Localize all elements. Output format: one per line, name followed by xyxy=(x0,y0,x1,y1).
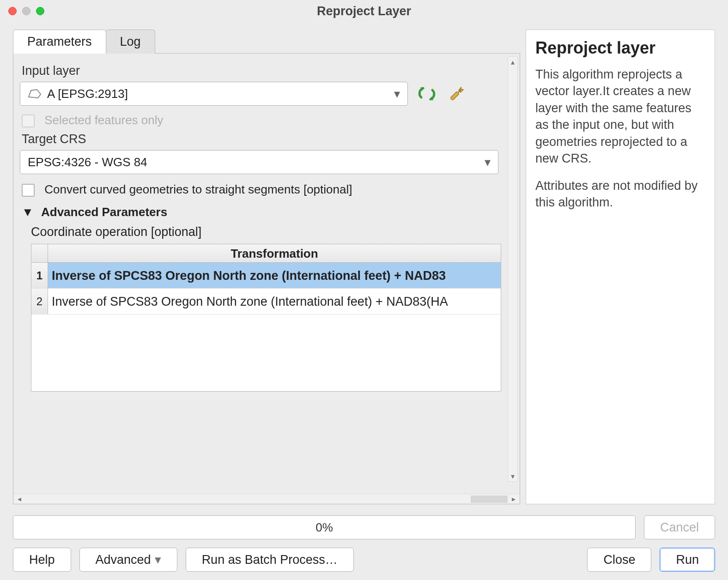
row-number: 2 xyxy=(31,289,48,314)
table-row[interactable]: 2 Inverse of SPCS83 Oregon North zone (I… xyxy=(31,289,501,314)
tabs: Parameters Log xyxy=(13,30,520,54)
left-pane: Parameters Log Input layer A [EPSG:2913] xyxy=(13,30,520,504)
advanced-button-label: Advanced xyxy=(96,553,151,567)
scroll-down-icon[interactable]: ▾ xyxy=(508,471,517,481)
tab-parameters[interactable]: Parameters xyxy=(13,30,106,54)
help-title: Reproject layer xyxy=(535,38,705,58)
input-layer-value: A [EPSG:2913] xyxy=(47,87,128,101)
input-layer-select[interactable]: A [EPSG:2913] ▾ xyxy=(20,82,408,106)
polygon-layer-icon xyxy=(28,89,42,99)
input-layer-label: Input layer xyxy=(22,64,501,78)
vertical-scrollbar[interactable]: ▴ ▾ xyxy=(508,56,518,482)
scroll-up-icon[interactable]: ▴ xyxy=(508,57,517,67)
horizontal-scrollbar[interactable]: ◂ ▸ xyxy=(13,494,520,504)
transformation-cell: Inverse of SPCS83 Oregon North zone (Int… xyxy=(48,263,501,288)
title-bar: Reproject Layer xyxy=(0,0,728,22)
chevron-down-icon: ▾ xyxy=(394,87,400,101)
transformation-header: Transformation xyxy=(48,244,501,262)
chevron-down-icon: ▾ xyxy=(485,155,491,169)
target-crs-select[interactable]: EPSG:4326 - WGS 84 ▾ xyxy=(20,150,498,174)
advanced-parameters-toggle[interactable]: ▼ Advanced Parameters xyxy=(22,205,501,219)
layer-settings-button[interactable] xyxy=(446,83,467,104)
scroll-left-icon[interactable]: ◂ xyxy=(14,495,24,503)
help-paragraph: Attributes are not modified by this algo… xyxy=(535,177,705,211)
cancel-button: Cancel xyxy=(644,515,715,539)
selected-features-checkbox xyxy=(22,115,35,127)
transformation-table[interactable]: Transformation 1 Inverse of SPCS83 Orego… xyxy=(31,244,501,392)
refresh-icon xyxy=(418,85,436,103)
help-button[interactable]: Help xyxy=(13,548,71,572)
advanced-button[interactable]: Advanced ▾ xyxy=(79,548,177,572)
close-button[interactable]: Close xyxy=(587,548,651,572)
selected-features-label: Selected features only xyxy=(44,113,163,127)
transformation-cell: Inverse of SPCS83 Oregon North zone (Int… xyxy=(48,289,501,314)
window-title: Reproject Layer xyxy=(0,4,728,18)
help-paragraph: This algorithm reprojects a vector layer… xyxy=(535,66,705,167)
tab-log[interactable]: Log xyxy=(106,30,155,54)
reload-layers-button[interactable] xyxy=(416,83,437,104)
convert-curved-label: Convert curved geometries to straight se… xyxy=(44,182,352,196)
run-batch-button[interactable]: Run as Batch Process… xyxy=(186,548,354,572)
run-button[interactable]: Run xyxy=(660,548,715,572)
scroll-right-icon[interactable]: ▸ xyxy=(509,495,519,503)
target-crs-value: EPSG:4326 - WGS 84 xyxy=(28,155,147,169)
progress-text: 0% xyxy=(315,520,333,535)
table-row[interactable]: 1 Inverse of SPCS83 Oregon North zone (I… xyxy=(31,263,501,289)
convert-curved-checkbox[interactable] xyxy=(22,184,35,197)
progress-bar: 0% xyxy=(13,515,636,539)
coordinate-operation-label: Coordinate operation [optional] xyxy=(31,225,501,239)
triangle-down-icon: ▼ xyxy=(22,205,34,219)
chevron-down-icon: ▾ xyxy=(155,552,161,567)
row-number: 1 xyxy=(31,263,48,288)
wrench-icon xyxy=(447,85,466,103)
help-panel: ▸ Reproject layer This algorithm reproje… xyxy=(526,30,715,504)
target-crs-label: Target CRS xyxy=(22,132,501,146)
scrollbar-thumb[interactable] xyxy=(471,495,508,503)
advanced-parameters-heading: Advanced Parameters xyxy=(41,205,167,219)
parameters-pane: Input layer A [EPSG:2913] ▾ xyxy=(13,53,520,504)
